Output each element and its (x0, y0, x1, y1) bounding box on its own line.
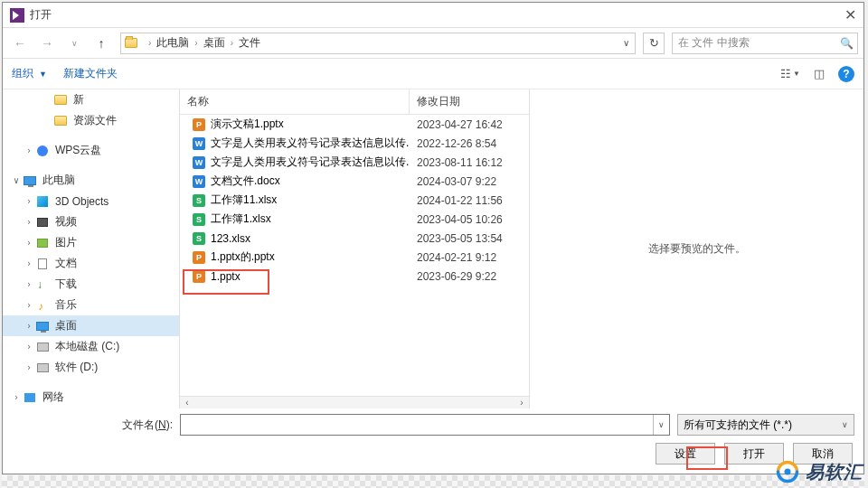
expand-icon[interactable]: › (23, 279, 35, 289)
file-row[interactable]: P1.pptx的.pptx2024-02-21 9:12 (180, 248, 529, 267)
scroll-left-icon[interactable]: ‹ (180, 398, 194, 408)
svg-point-0 (785, 469, 791, 475)
tree-item-label: 软件 (D:) (55, 360, 98, 375)
dl-icon: ↓ (35, 278, 50, 291)
file-type-icon: S (193, 232, 205, 245)
tree-item[interactable]: ›↓下载 (3, 274, 179, 295)
back-button[interactable]: ← (8, 33, 32, 54)
annotation-highlight (686, 446, 728, 470)
file-row[interactable]: S123.xlsx2023-05-05 13:54 (180, 229, 529, 248)
tree-item[interactable]: ›软件 (D:) (3, 357, 179, 378)
app-icon (10, 8, 24, 23)
tree-item-label: WPS云盘 (55, 143, 101, 158)
file-row[interactable]: S工作簿11.xlsx2024-01-22 11:56 (180, 191, 529, 210)
file-row[interactable]: P演示文稿1.pptx2023-04-27 16:42 (180, 115, 529, 134)
nav-tree[interactable]: 新资源文件›WPS云盘∨此电脑›3D Objects›视频›图片›文档›↓下载›… (3, 89, 180, 408)
file-date: 2024-02-21 9:12 (410, 251, 529, 264)
preview-pane-button[interactable]: ◫ (809, 64, 829, 84)
breadcrumb[interactable]: 此电脑 (153, 35, 193, 51)
pc-icon (23, 174, 37, 187)
tree-item-label: 文档 (55, 256, 77, 271)
crumb-sep-icon: › (193, 38, 199, 48)
expand-icon[interactable]: › (23, 217, 35, 227)
filter-dropdown-icon[interactable]: ∨ (836, 420, 854, 429)
expand-icon[interactable]: › (23, 258, 35, 268)
expand-icon[interactable]: › (23, 196, 35, 206)
path-dropdown-icon[interactable]: ∨ (618, 38, 635, 48)
refresh-button[interactable]: ↻ (643, 33, 665, 54)
tree-item[interactable]: ›网络 (3, 387, 179, 408)
file-row[interactable]: W文字是人类用表义符号记录表达信息以传...2022-12-26 8:54 (180, 134, 529, 153)
expand-icon[interactable]: › (23, 300, 35, 310)
tree-item[interactable]: ›本地磁盘 (C:) (3, 336, 179, 357)
view-mode-button[interactable]: ☷▼ (780, 64, 800, 84)
navbar: ← → ∨ ↑ › 此电脑 › 桌面 › 文件 ∨ ↻ 在 文件 中搜索 🔍 (3, 28, 863, 59)
file-row[interactable]: W文字是人类用表义符号记录表达信息以传...2023-08-11 16:12 (180, 153, 529, 172)
column-modified[interactable]: 修改日期 (410, 94, 529, 109)
tree-item-label: 3D Objects (55, 195, 108, 208)
address-bar[interactable]: › 此电脑 › 桌面 › 文件 ∨ (120, 33, 636, 54)
file-row[interactable]: W文档文件.docx2024-03-07 9:22 (180, 172, 529, 191)
expand-icon[interactable]: › (10, 392, 23, 402)
file-type-icon: P (193, 118, 205, 131)
tree-item[interactable]: ›桌面 (3, 315, 179, 336)
file-name: 工作簿1.xlsx (211, 211, 271, 227)
footer: 文件名(N): ∨ 所有可支持的文件 (*.*) ∨ 设置 打开 取消 (3, 408, 863, 474)
doc-icon (35, 258, 50, 270)
tree-item[interactable]: 新 (3, 89, 179, 110)
search-icon[interactable]: 🔍 (835, 37, 857, 50)
watermark-logo-icon (775, 459, 800, 484)
expand-icon[interactable]: › (23, 362, 35, 372)
file-date: 2022-12-26 8:54 (410, 137, 529, 150)
tree-item-label: 网络 (42, 389, 64, 405)
file-type-icon: W (193, 137, 205, 150)
file-list[interactable]: P演示文稿1.pptx2023-04-27 16:42W文字是人类用表义符号记录… (180, 115, 529, 396)
file-name: 演示文稿1.pptx (211, 117, 284, 132)
recent-dropdown[interactable]: ∨ (62, 33, 86, 54)
file-row[interactable]: S工作簿1.xlsx2023-04-05 10:26 (180, 210, 529, 229)
forward-button[interactable]: → (35, 33, 59, 54)
filename-input[interactable]: ∨ (180, 414, 670, 436)
up-button[interactable]: ↑ (90, 33, 113, 54)
expand-icon[interactable]: › (23, 321, 35, 331)
annotation-highlight (183, 269, 269, 295)
tree-item-label: 桌面 (55, 318, 77, 333)
horizontal-scrollbar[interactable]: ‹ › (180, 396, 529, 408)
watermark: 易软汇 (775, 459, 863, 484)
tree-item-label: 视频 (55, 214, 77, 230)
close-icon[interactable]: ✕ (844, 6, 856, 23)
file-name: 文字是人类用表义符号记录表达信息以传... (211, 136, 410, 151)
file-name: 1.pptx的.pptx (211, 249, 275, 265)
tree-item[interactable]: ›图片 (3, 232, 179, 253)
wps-icon (35, 145, 50, 157)
tree-item[interactable]: ›文档 (3, 253, 179, 274)
breadcrumb[interactable]: 文件 (235, 35, 264, 51)
folder-icon (53, 94, 68, 107)
column-name[interactable]: 名称 (180, 89, 410, 114)
disk-icon (35, 361, 50, 374)
disk-icon (35, 341, 50, 353)
file-type-icon: W (193, 175, 205, 188)
help-icon[interactable]: ? (838, 66, 854, 82)
scroll-right-icon[interactable]: › (514, 398, 529, 408)
organize-button[interactable]: 组织 (12, 66, 39, 81)
crumb-sep-icon: › (146, 38, 153, 48)
tree-item[interactable]: 资源文件 (3, 110, 179, 131)
file-type-icon: S (193, 213, 205, 226)
tree-item[interactable]: ›视频 (3, 211, 179, 232)
expand-icon[interactable]: ∨ (10, 175, 23, 185)
expand-icon[interactable]: › (23, 342, 35, 352)
organize-dropdown-icon[interactable]: ▼ (39, 70, 47, 79)
tree-item[interactable]: ›♪音乐 (3, 295, 179, 315)
column-headers: 名称 修改日期 (180, 89, 529, 115)
breadcrumb[interactable]: 桌面 (200, 35, 229, 51)
tree-item[interactable]: ›3D Objects (3, 191, 179, 211)
search-box[interactable]: 在 文件 中搜索 🔍 (672, 33, 858, 54)
tree-item[interactable]: ›WPS云盘 (3, 140, 179, 161)
filename-dropdown-icon[interactable]: ∨ (653, 415, 669, 435)
tree-item[interactable]: ∨此电脑 (3, 170, 179, 191)
new-folder-button[interactable]: 新建文件夹 (63, 66, 123, 81)
filetype-filter[interactable]: 所有可支持的文件 (*.*) ∨ (677, 414, 854, 436)
expand-icon[interactable]: › (23, 145, 35, 155)
expand-icon[interactable]: › (23, 238, 35, 248)
